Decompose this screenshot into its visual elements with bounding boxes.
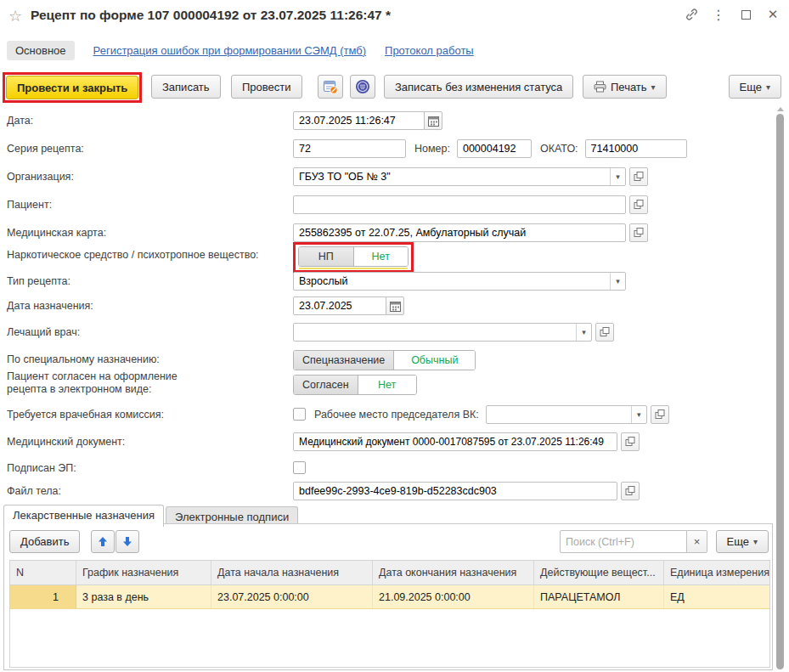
row-narcotic: Наркотическое средство / психотропное ве… xyxy=(7,246,775,266)
commission-checkbox[interactable] xyxy=(293,408,306,421)
column-header-schedule[interactable]: График назначения xyxy=(76,561,211,584)
assign-date-calendar-button[interactable] xyxy=(386,296,404,315)
search-group: × xyxy=(560,530,707,553)
row-special: По специальному назначению: Спецназначен… xyxy=(7,350,775,370)
add-button[interactable]: Добавить xyxy=(9,530,80,553)
print-label: Печать xyxy=(611,81,647,93)
search-input[interactable] xyxy=(560,530,687,553)
assignments-table: N График назначения Дата начала назначен… xyxy=(9,560,770,668)
number-field[interactable]: 000004192 xyxy=(457,139,532,158)
more-button-top[interactable]: Еще ▾ xyxy=(729,75,781,99)
date-field[interactable]: 23.07.2025 11:26:47 xyxy=(293,111,425,130)
seal-emblem-icon xyxy=(355,79,370,94)
column-header-end-date[interactable]: Дата окончания назначения xyxy=(373,561,534,584)
print-button[interactable]: Печать ▾ xyxy=(583,75,667,99)
doctor-field[interactable]: ▾ xyxy=(293,323,592,342)
row-body-file: Файл тела: bdfee99c-2993-4ce9-819b-d5228… xyxy=(7,482,775,502)
patient-choose-button[interactable] xyxy=(629,195,648,214)
doctor-choose-button[interactable] xyxy=(595,323,614,342)
body-file-choose-button[interactable] xyxy=(621,482,640,500)
row-commission: Требуется врачебная комиссия: Рабочее ме… xyxy=(7,405,775,426)
med-card-choose-button[interactable] xyxy=(629,223,648,242)
row-med-card: Медицинская карта: 255862395 от 22.07.25… xyxy=(7,223,775,244)
close-icon[interactable]: ✕ xyxy=(765,7,781,22)
body-file-label: Файл тела: xyxy=(7,485,61,497)
more-label: Еще xyxy=(740,81,762,93)
red-annotation-post-close: Провести и закрыть xyxy=(3,72,142,103)
organization-field[interactable]: ГБУЗ ТО "ОБ № 3" ▾ xyxy=(293,167,626,186)
patient-field[interactable] xyxy=(293,195,626,214)
more-button-bottom[interactable]: Еще ▾ xyxy=(716,530,769,553)
red-annotation-narcotic: НП Нет xyxy=(293,242,414,273)
organization-value: ГБУЗ ТО "ОБ № 3" xyxy=(299,171,391,183)
column-header-start-date[interactable]: Дата начала назначения xyxy=(211,561,373,584)
post-button[interactable]: Провести xyxy=(231,75,302,99)
med-doc-choose-button[interactable] xyxy=(621,432,640,451)
series-label: Серия рецепта: xyxy=(7,143,84,155)
calendar-button[interactable] xyxy=(424,111,442,130)
special-option-usual[interactable]: Обычный xyxy=(394,351,475,370)
special-label: По специальному назначению: xyxy=(7,353,160,365)
emblem-button[interactable] xyxy=(350,75,375,99)
row-doctor: Лечащий врач: ▾ xyxy=(7,323,775,343)
med-doc-field[interactable]: Медицинский документ 0000-0017087595 от … xyxy=(293,432,617,451)
recipe-type-field[interactable]: Взрослый ▾ xyxy=(293,272,626,291)
dropdown-arrow-icon[interactable]: ▾ xyxy=(610,273,625,290)
patient-label: Пациент: xyxy=(7,199,52,211)
econsent-label: Пациент согласен на оформление рецепта в… xyxy=(7,370,209,396)
tab-drug-assignments[interactable]: Лекарственные назначения xyxy=(3,505,164,527)
column-header-substances[interactable]: Действующие вещест... xyxy=(534,561,664,584)
move-down-button[interactable] xyxy=(116,530,139,553)
tab-work-protocol[interactable]: Протокол работы xyxy=(385,44,474,57)
econsent-option-no[interactable]: Нет xyxy=(358,376,416,394)
organization-choose-button[interactable] xyxy=(629,167,648,186)
column-header-n[interactable]: N xyxy=(10,561,76,584)
recipe-type-value: Взрослый xyxy=(299,275,347,287)
table-row[interactable]: 1 3 раза в день 23.07.2025 0:00:00 21.09… xyxy=(10,585,770,609)
printer-icon xyxy=(594,81,606,93)
narcotic-option-net[interactable]: Нет xyxy=(354,247,409,266)
top-tabs: Основное Регистрация ошибок при формиров… xyxy=(7,40,474,60)
scrollbar-up-arrow[interactable] xyxy=(777,107,784,111)
med-card-label: Медицинская карта: xyxy=(7,227,106,239)
post-and-close-button[interactable]: Провести и закрыть xyxy=(6,76,138,99)
med-card-field[interactable]: 255862395 от 22.07.25, Амбулаторный случ… xyxy=(293,223,626,242)
assign-date-field[interactable]: 23.07.2025 xyxy=(293,296,386,315)
doctor-label: Лечащий врач: xyxy=(7,326,80,338)
dropdown-arrow-icon[interactable]: ▾ xyxy=(610,168,625,185)
document-cancel-icon xyxy=(323,79,338,94)
move-up-button[interactable] xyxy=(91,530,115,553)
vertical-scrollbar[interactable] xyxy=(776,114,784,669)
commission-choose-button[interactable] xyxy=(651,405,669,424)
chevron-down-icon: ▾ xyxy=(651,82,656,92)
favorite-star-icon[interactable]: ☆ xyxy=(8,7,22,25)
okato-field[interactable]: 71410000 xyxy=(585,139,687,158)
dropdown-arrow-icon[interactable]: ▾ xyxy=(576,324,591,341)
minimize-icon[interactable] xyxy=(738,7,753,22)
prescription-form-window: ☆ Рецепт по форме 107 000004192 от 23.07… xyxy=(0,0,789,672)
signed-checkbox[interactable] xyxy=(293,461,306,474)
econsent-option-agree[interactable]: Согласен xyxy=(294,376,358,394)
menu-dots-icon[interactable]: ⋮ xyxy=(711,7,726,22)
commission-workplace-field[interactable]: ▾ xyxy=(486,405,647,424)
dropdown-arrow-icon[interactable]: ▾ xyxy=(631,406,646,423)
column-header-unit[interactable]: Единица измерения xyxy=(664,561,770,584)
series-field[interactable]: 72 xyxy=(293,139,406,158)
cell-n: 1 xyxy=(10,585,76,608)
special-option-spec[interactable]: Спецназначение xyxy=(294,351,394,370)
narcotic-option-np[interactable]: НП xyxy=(299,247,354,266)
cancel-posting-button[interactable] xyxy=(318,75,343,99)
chevron-down-icon: ▾ xyxy=(753,537,758,546)
row-recipe-type: Тип рецепта: Взрослый ▾ xyxy=(7,272,775,292)
tab-main[interactable]: Основное xyxy=(7,41,75,60)
link-icon[interactable] xyxy=(684,7,699,22)
cell-start-date: 23.07.2025 0:00:00 xyxy=(211,585,373,608)
search-clear-button[interactable]: × xyxy=(686,530,707,553)
save-without-status-button[interactable]: Записать без изменения статуса xyxy=(384,75,573,99)
commission-label: Требуется врачебная комиссия: xyxy=(7,409,164,421)
save-button[interactable]: Записать xyxy=(151,75,221,99)
tab-semd-errors[interactable]: Регистрация ошибок при формировании СЭМД… xyxy=(93,44,366,57)
body-file-field[interactable]: bdfee99c-2993-4ce9-819b-d52283cdc903 xyxy=(293,482,617,500)
cell-substance: ПАРАЦЕТАМОЛ xyxy=(534,585,664,608)
arrow-up-icon xyxy=(98,536,108,547)
